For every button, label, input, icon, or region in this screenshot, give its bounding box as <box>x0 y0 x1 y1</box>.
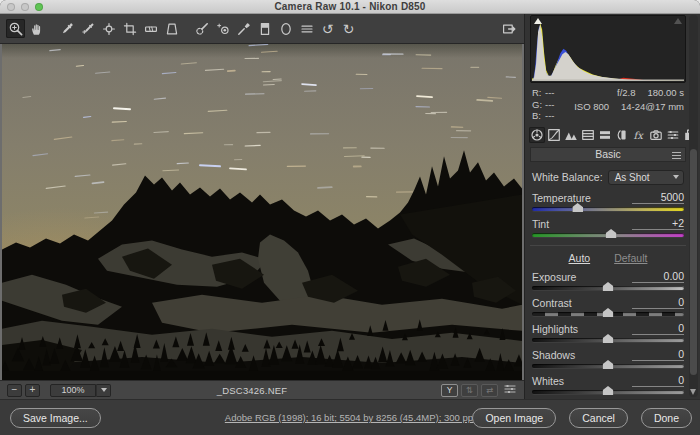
slider-thumb[interactable] <box>572 203 583 212</box>
radial-filter-tool-button[interactable] <box>276 19 295 38</box>
crop-tool-button[interactable] <box>120 19 139 38</box>
slider-thumb[interactable] <box>603 334 614 343</box>
zoom-icon <box>8 21 24 37</box>
slider-thumb[interactable] <box>603 360 614 369</box>
graduated-filter-tool-button[interactable] <box>255 19 274 38</box>
panel-menu-icon[interactable] <box>672 152 681 159</box>
zoom-out-button[interactable]: − <box>7 384 22 397</box>
zoom-level-dropdown-button[interactable] <box>96 384 111 397</box>
image-viewport[interactable] <box>0 44 524 380</box>
preview-preferences-button[interactable] <box>503 381 517 399</box>
slider-thumb[interactable] <box>603 386 614 395</box>
sliders-icon <box>503 383 517 395</box>
tab-hsl-grayscale[interactable] <box>580 127 596 143</box>
whites-value-field[interactable]: 0 <box>632 374 684 387</box>
contrast-track[interactable] <box>532 312 684 316</box>
slider-label: Contrast <box>532 297 572 309</box>
b-value: --- <box>545 111 555 122</box>
white-balance-tool-button[interactable] <box>57 19 76 38</box>
slider-thumb[interactable] <box>603 282 614 291</box>
rotate-right-button[interactable]: ↻ <box>339 19 358 38</box>
exposure-value-field[interactable]: 0.00 <box>632 270 684 283</box>
tab-basic[interactable] <box>529 127 545 143</box>
highlights-track[interactable] <box>532 338 684 342</box>
swap-before-after-button[interactable]: ⇅ <box>461 384 478 397</box>
auto-link[interactable]: Auto <box>569 252 591 264</box>
window-title: Camera Raw 10.1 - Nikon D850 <box>274 1 425 12</box>
targeted-adjustment-tool-button[interactable] <box>99 19 118 38</box>
highlights-slider: Highlights0 <box>530 322 686 342</box>
cancel-button[interactable]: Cancel <box>569 408 628 428</box>
tab-tone-curve[interactable] <box>546 127 562 143</box>
temperature-track[interactable] <box>532 207 684 211</box>
default-link[interactable]: Default <box>614 252 647 264</box>
open-image-button[interactable]: Open Image <box>472 408 556 428</box>
slider-label: Exposure <box>532 271 576 283</box>
photo-preview <box>2 44 522 380</box>
copy-settings-button[interactable]: ⇄ <box>481 384 498 397</box>
spot-removal-tool-button[interactable] <box>192 19 211 38</box>
preferences-button[interactable] <box>297 19 316 38</box>
g-value: --- <box>545 100 555 111</box>
exposure-track[interactable] <box>532 286 684 290</box>
svg-text:fx: fx <box>634 130 645 141</box>
shutter-value: 180.00 s <box>648 88 684 99</box>
shadows-value-field[interactable]: 0 <box>632 348 684 361</box>
preview-controls: Y ⇅ ⇄ <box>441 381 517 399</box>
shot-info: f/2.8 180.00 s ISO 800 14-24@17 mm <box>574 88 684 123</box>
target-icon <box>101 21 117 37</box>
crop-icon <box>122 21 138 37</box>
before-after-view-button[interactable]: Y <box>441 384 458 397</box>
slider-thumb[interactable] <box>603 308 614 317</box>
tab-camera-calibration[interactable] <box>648 127 664 143</box>
brush-icon <box>236 21 252 37</box>
temperature-value-field[interactable]: 5000 <box>632 191 684 204</box>
filename-label: _DSC3426.NEF <box>217 385 288 396</box>
red-eye-removal-tool-button[interactable] <box>213 19 232 38</box>
footer-buttons: Open Image Cancel Done <box>472 408 692 428</box>
adjustment-brush-tool-button[interactable] <box>234 19 253 38</box>
transform-tool-button[interactable] <box>162 19 181 38</box>
contrast-value-field[interactable]: 0 <box>632 296 684 309</box>
chevron-down-icon <box>101 388 107 392</box>
toggle-fullscreen-button[interactable] <box>499 19 518 38</box>
scroll-down-arrow-icon[interactable] <box>690 389 696 395</box>
radial-filter-icon <box>278 21 294 37</box>
save-image-button[interactable]: Save Image... <box>10 408 101 428</box>
b-label: B: <box>532 111 545 122</box>
hand-tool-button[interactable] <box>27 19 46 38</box>
tab-lens-corrections[interactable] <box>614 127 630 143</box>
histogram-plot <box>532 21 684 81</box>
color-sampler-tool-button[interactable] <box>78 19 97 38</box>
chevron-down-icon <box>673 175 679 179</box>
panel-scrollbar[interactable] <box>689 15 698 397</box>
shadows-track[interactable] <box>532 364 684 368</box>
g-label: G: <box>532 100 545 111</box>
workflow-options-link[interactable]: Adobe RGB (1998); 16 bit; 5504 by 8256 (… <box>225 412 475 423</box>
rotate-cw-icon: ↻ <box>343 22 355 36</box>
tint-value-field[interactable]: +2 <box>632 217 684 230</box>
scrollbar-thumb[interactable] <box>690 149 697 375</box>
r-label: R: <box>532 88 545 99</box>
white-balance-select[interactable]: As Shot <box>608 170 684 185</box>
tab-split-toning[interactable] <box>597 127 613 143</box>
rotate-left-button[interactable]: ↺ <box>318 19 337 38</box>
done-button[interactable]: Done <box>641 408 692 428</box>
whites-track[interactable] <box>532 390 684 394</box>
tab-presets[interactable] <box>665 127 681 143</box>
slider-thumb[interactable] <box>606 229 617 238</box>
lens-icon <box>615 128 629 142</box>
zoom-in-button[interactable]: + <box>25 384 40 397</box>
highlights-value-field[interactable]: 0 <box>632 322 684 335</box>
panel-tabs: fx <box>529 127 686 144</box>
healing-brush-icon <box>194 21 210 37</box>
tint-track[interactable] <box>532 233 684 237</box>
straighten-tool-button[interactable] <box>141 19 160 38</box>
slider-label: Temperature <box>532 192 591 204</box>
zoom-window-button[interactable] <box>35 3 43 11</box>
tab-detail[interactable] <box>563 127 579 143</box>
tab-effects[interactable]: fx <box>631 127 647 143</box>
zoom-tool-button[interactable] <box>6 19 25 38</box>
zoom-level-field[interactable]: 100% <box>50 384 96 397</box>
tone-curve-icon <box>547 128 561 142</box>
